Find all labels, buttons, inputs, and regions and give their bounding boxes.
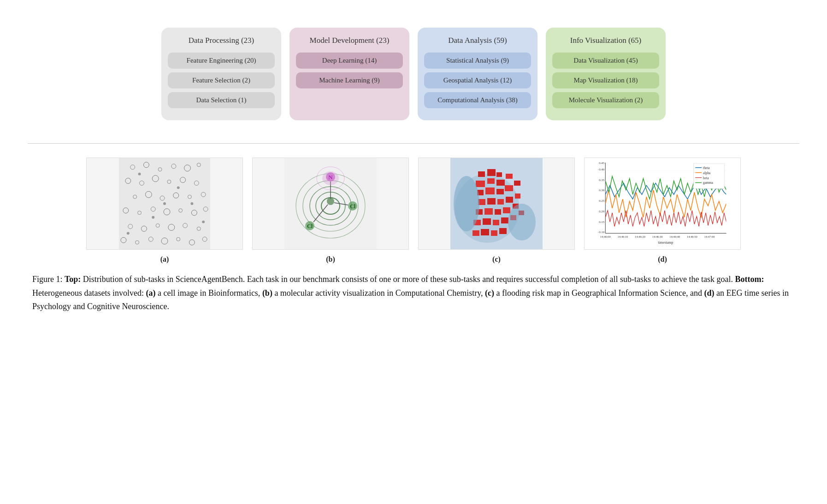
caption-bottom-bold: Bottom: — [735, 275, 764, 284]
sub-item-3-1: Map Visualization (18) — [552, 72, 659, 88]
molecule-image: N Cl Cl — [284, 158, 377, 250]
svg-text:0.20: 0.20 — [599, 210, 605, 213]
sub-item-3-2: Molecule Visualization (2) — [552, 92, 659, 108]
panel-a-label: (a) — [160, 255, 169, 264]
panel-b-label: (b) — [326, 255, 335, 264]
panel-b: N Cl Cl — [252, 158, 409, 264]
category-box-info-visualization: Info Visualization (65)Data Visualizatio… — [546, 28, 666, 120]
svg-text:timestamp: timestamp — [658, 240, 673, 245]
caption-bottom-text: Heterogeneous datasets involved: — [32, 288, 146, 298]
svg-text:Cl: Cl — [350, 203, 356, 210]
category-box-data-analysis: Data Analysis (59)Statistical Analysis (… — [418, 28, 538, 120]
svg-rect-82 — [515, 193, 520, 199]
caption-top-bold: Top: — [65, 275, 81, 284]
svg-text:14:46:30: 14:46:30 — [652, 235, 663, 238]
chart-image-box: 0.10 0.15 0.20 0.25 0.30 0.35 0.40 0.45 … — [584, 158, 741, 250]
svg-point-40 — [177, 186, 180, 189]
svg-rect-97 — [499, 228, 507, 234]
svg-text:14:47:00: 14:47:00 — [704, 235, 715, 238]
caption-figure-label: Figure 1: — [32, 275, 65, 284]
figure-caption: Figure 1: Top: Distribution of sub-tasks… — [28, 273, 799, 314]
sub-item-1-1: Machine Learning (9) — [296, 72, 403, 88]
svg-rect-80 — [497, 199, 504, 205]
svg-text:14:46:50: 14:46:50 — [687, 235, 697, 238]
svg-rect-74 — [485, 188, 495, 194]
sub-item-0-2: Data Selection (1) — [168, 92, 275, 108]
svg-point-55 — [327, 198, 334, 205]
svg-text:0.10: 0.10 — [599, 230, 605, 234]
svg-text:beta: beta — [703, 176, 709, 180]
molecule-image-box: N Cl Cl — [252, 158, 409, 250]
category-title-info-visualization: Info Visualization (65) — [552, 36, 659, 47]
svg-rect-91 — [501, 217, 508, 223]
caption-d-bold: (d) — [704, 288, 714, 298]
svg-text:theta: theta — [703, 166, 710, 170]
sub-item-2-2: Computational Analysis (38) — [424, 92, 531, 108]
svg-point-42 — [190, 202, 193, 205]
svg-rect-89 — [483, 218, 491, 225]
panel-d-label: (d) — [658, 255, 667, 264]
svg-text:alpha: alpha — [703, 171, 711, 175]
svg-rect-69 — [476, 181, 485, 187]
sub-item-0-0: Feature Engineering (20) — [168, 53, 275, 69]
svg-rect-86 — [503, 207, 510, 213]
svg-rect-70 — [487, 178, 495, 184]
panel-a: (a) — [86, 158, 243, 264]
category-title-data-analysis: Data Analysis (59) — [424, 36, 531, 47]
svg-rect-66 — [478, 171, 485, 177]
svg-text:0.25: 0.25 — [599, 199, 605, 202]
svg-rect-84 — [484, 208, 493, 215]
panel-d: 0.10 0.15 0.20 0.25 0.30 0.35 0.40 0.45 … — [584, 158, 741, 264]
svg-text:0.40: 0.40 — [599, 168, 605, 171]
svg-rect-85 — [495, 209, 501, 215]
svg-rect-94 — [473, 230, 479, 236]
svg-rect-90 — [493, 220, 499, 225]
svg-text:14:46:40: 14:46:40 — [669, 235, 680, 238]
svg-point-44 — [202, 221, 205, 223]
svg-point-45 — [163, 202, 166, 205]
panel-c-label: (c) — [492, 255, 501, 264]
svg-text:14:46:20: 14:46:20 — [635, 235, 645, 238]
category-title-data-processing: Data Processing (23) — [168, 36, 275, 47]
category-boxes-section: Data Processing (23)Feature Engineering … — [28, 18, 799, 129]
svg-rect-75 — [496, 189, 504, 194]
sub-item-1-0: Deep Learning (14) — [296, 53, 403, 69]
svg-rect-77 — [514, 181, 520, 186]
svg-text:14:46:00: 14:46:00 — [600, 235, 611, 238]
caption-a-text: a cell image in Bioinformatics, — [155, 288, 262, 298]
caption-c-bold: (c) — [485, 288, 494, 298]
svg-point-39 — [138, 173, 141, 176]
svg-text:14:46:10: 14:46:10 — [617, 235, 628, 238]
svg-rect-71 — [496, 180, 505, 186]
cell-image — [87, 158, 242, 249]
category-title-model-development: Model Development (23) — [296, 36, 403, 47]
cell-image-box — [86, 158, 243, 250]
sub-item-0-1: Feature Selection (2) — [168, 72, 275, 88]
map-image — [450, 158, 543, 250]
panel-c: (c) — [418, 158, 575, 264]
svg-point-43 — [127, 232, 130, 234]
category-box-model-development: Model Development (23)Deep Learning (14)… — [289, 28, 409, 120]
section-divider — [28, 143, 799, 144]
svg-text:0.30: 0.30 — [599, 188, 605, 192]
eeg-chart: 0.10 0.15 0.20 0.25 0.30 0.35 0.40 0.45 … — [585, 158, 740, 249]
sub-item-2-0: Statistical Analysis (9) — [424, 53, 531, 69]
svg-point-99 — [508, 204, 536, 240]
svg-point-98 — [454, 176, 479, 231]
svg-rect-76 — [505, 185, 513, 191]
sub-item-2-1: Geospatial Analysis (12) — [424, 72, 531, 88]
svg-text:0.15: 0.15 — [599, 220, 605, 223]
svg-text:gamma: gamma — [703, 181, 714, 185]
svg-point-41 — [152, 216, 154, 219]
caption-a-bold: (a) — [146, 288, 155, 298]
map-image-box — [418, 158, 575, 250]
svg-rect-95 — [481, 229, 489, 235]
svg-rect-68 — [496, 172, 502, 177]
svg-text:0.45: 0.45 — [599, 161, 605, 164]
sub-item-3-0: Data Visualization (45) — [552, 53, 659, 69]
svg-rect-72 — [506, 174, 513, 179]
caption-b-text: a molecular activity visualization in Co… — [272, 288, 485, 298]
caption-top-text: Distribution of sub-tasks in ScienceAgen… — [81, 275, 735, 284]
svg-rect-67 — [487, 169, 496, 176]
caption-b-bold: (b) — [262, 288, 272, 298]
